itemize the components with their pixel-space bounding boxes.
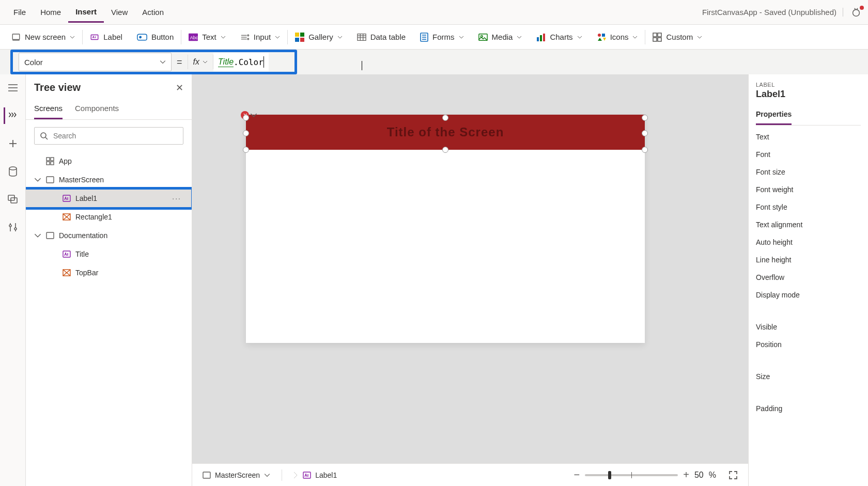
close-icon[interactable]: ✕ bbox=[176, 82, 183, 93]
insert-label-button[interactable]: Label bbox=[83, 25, 130, 49]
tree-item-app[interactable]: App bbox=[26, 152, 192, 170]
label-icon bbox=[62, 194, 71, 203]
resize-handle[interactable] bbox=[642, 115, 648, 121]
resize-handle[interactable] bbox=[442, 147, 448, 153]
chevron-down-icon[interactable] bbox=[250, 112, 257, 119]
chevron-down-icon bbox=[221, 35, 226, 40]
prop-size[interactable]: Size bbox=[756, 372, 861, 381]
chevron-right-icon bbox=[293, 472, 298, 479]
menu-view[interactable]: View bbox=[104, 3, 135, 22]
text-cursor bbox=[362, 61, 362, 70]
resize-handle[interactable] bbox=[243, 130, 249, 136]
tree-view-icon[interactable] bbox=[4, 107, 20, 124]
app-title: FirstCanvasApp - Saved (Unpublished) bbox=[702, 8, 843, 17]
tree-item-topbar[interactable]: TopBar bbox=[26, 263, 192, 282]
text-cursor bbox=[264, 56, 264, 68]
zoom-slider[interactable] bbox=[585, 474, 678, 476]
tree-search[interactable] bbox=[34, 127, 183, 145]
insert-custom-dropdown[interactable]: Custom bbox=[645, 25, 709, 49]
insert-forms-dropdown[interactable]: Forms bbox=[413, 25, 471, 49]
tab-properties[interactable]: Properties bbox=[756, 107, 792, 125]
resize-handle[interactable] bbox=[243, 147, 249, 153]
prop-font-size[interactable]: Font size bbox=[756, 168, 861, 176]
svg-point-31 bbox=[598, 34, 601, 37]
breadcrumb-screen[interactable]: MasterScreen bbox=[203, 471, 270, 479]
tree-item-title[interactable]: Title bbox=[26, 245, 192, 263]
chevron-down-icon bbox=[34, 232, 41, 239]
chevron-down-icon bbox=[203, 59, 208, 65]
svg-rect-33 bbox=[653, 33, 657, 37]
hamburger-icon[interactable] bbox=[5, 80, 21, 96]
tree-list: App MasterScreen Label1 ··· bbox=[26, 152, 192, 486]
tree-item-documentation[interactable]: Documentation bbox=[26, 226, 192, 245]
prop-position[interactable]: Position bbox=[756, 340, 861, 349]
rectangle-icon bbox=[62, 268, 71, 277]
menu-home[interactable]: Home bbox=[33, 3, 68, 22]
resize-handle[interactable] bbox=[642, 147, 648, 153]
svg-rect-65 bbox=[203, 472, 210, 478]
svg-line-50 bbox=[45, 137, 48, 139]
label-text: Title of the Screen bbox=[387, 125, 504, 139]
property-selector[interactable]: Color bbox=[19, 53, 172, 71]
svg-rect-34 bbox=[658, 33, 661, 37]
tree-item-rectangle1[interactable]: Rectangle1 bbox=[26, 208, 192, 226]
canvas[interactable]: Title of the Screen ✕ bbox=[192, 74, 748, 486]
data-pane-icon[interactable] bbox=[5, 163, 21, 180]
formula-input[interactable]: Title.Color bbox=[213, 53, 269, 71]
properties-panel: LABEL Label1 Properties Text Font Font s… bbox=[748, 74, 868, 486]
screen-icon bbox=[45, 175, 55, 184]
svg-rect-32 bbox=[602, 34, 605, 37]
chevron-down-icon bbox=[70, 35, 75, 40]
prop-display-mode[interactable]: Display mode bbox=[756, 291, 861, 299]
insert-gallery-dropdown[interactable]: Gallery bbox=[288, 25, 350, 49]
tab-screens[interactable]: Screens bbox=[34, 101, 63, 119]
advanced-tools-icon[interactable] bbox=[5, 219, 21, 236]
prop-font[interactable]: Font bbox=[756, 150, 861, 159]
tree-item-label1[interactable]: Label1 ··· bbox=[26, 189, 192, 208]
tab-components[interactable]: Components bbox=[75, 101, 119, 119]
prop-auto-height[interactable]: Auto height bbox=[756, 238, 861, 246]
fit-to-screen-icon[interactable] bbox=[729, 471, 738, 480]
prop-padding[interactable]: Padding bbox=[756, 404, 861, 413]
insert-text-dropdown[interactable]: Abc Text bbox=[181, 25, 233, 49]
prop-overflow[interactable]: Overflow bbox=[756, 273, 861, 281]
insert-button-button[interactable]: Button bbox=[130, 25, 181, 49]
svg-point-11 bbox=[247, 35, 249, 36]
menu-insert[interactable]: Insert bbox=[68, 2, 104, 23]
resize-handle[interactable] bbox=[442, 115, 448, 121]
resize-handle[interactable] bbox=[642, 130, 648, 136]
chevron-down-icon bbox=[517, 35, 522, 40]
prop-font-weight[interactable]: Font weight bbox=[756, 185, 861, 194]
insert-charts-dropdown[interactable]: Charts bbox=[529, 25, 589, 49]
tree-item-masterscreen[interactable]: MasterScreen bbox=[26, 170, 192, 189]
svg-rect-60 bbox=[47, 232, 54, 239]
app-checker-icon[interactable] bbox=[850, 7, 862, 18]
insert-datatable-button[interactable]: Data table bbox=[350, 25, 413, 49]
svg-text:Abc: Abc bbox=[190, 35, 198, 40]
new-screen-button[interactable]: New screen bbox=[4, 25, 82, 49]
insert-input-dropdown[interactable]: Input bbox=[233, 25, 287, 49]
svg-point-48 bbox=[14, 228, 17, 230]
control-name[interactable]: Label1 bbox=[756, 89, 861, 100]
zoom-out-button[interactable]: − bbox=[574, 469, 580, 481]
menu-file[interactable]: File bbox=[6, 3, 33, 22]
prop-visible[interactable]: Visible bbox=[756, 323, 861, 331]
svg-point-12 bbox=[247, 38, 249, 40]
fx-button[interactable]: fx bbox=[188, 53, 213, 71]
breadcrumb-control[interactable]: Label1 bbox=[303, 471, 337, 479]
menu-action[interactable]: Action bbox=[135, 3, 171, 22]
search-input[interactable] bbox=[53, 132, 178, 140]
svg-rect-61 bbox=[63, 251, 70, 257]
prop-text[interactable]: Text bbox=[756, 133, 861, 141]
resize-handle[interactable] bbox=[243, 115, 249, 121]
prop-line-height[interactable]: Line height bbox=[756, 256, 861, 264]
insert-icons-dropdown[interactable]: Icons bbox=[590, 25, 645, 49]
prop-text-alignment[interactable]: Text alignment bbox=[756, 221, 861, 229]
media-pane-icon[interactable] bbox=[5, 191, 21, 208]
prop-font-style[interactable]: Font style bbox=[756, 203, 861, 211]
insert-pane-icon[interactable] bbox=[5, 135, 21, 152]
svg-rect-54 bbox=[51, 162, 54, 165]
insert-media-dropdown[interactable]: Media bbox=[471, 25, 530, 49]
more-options-icon[interactable]: ··· bbox=[172, 194, 181, 202]
zoom-in-button[interactable]: + bbox=[683, 469, 689, 481]
